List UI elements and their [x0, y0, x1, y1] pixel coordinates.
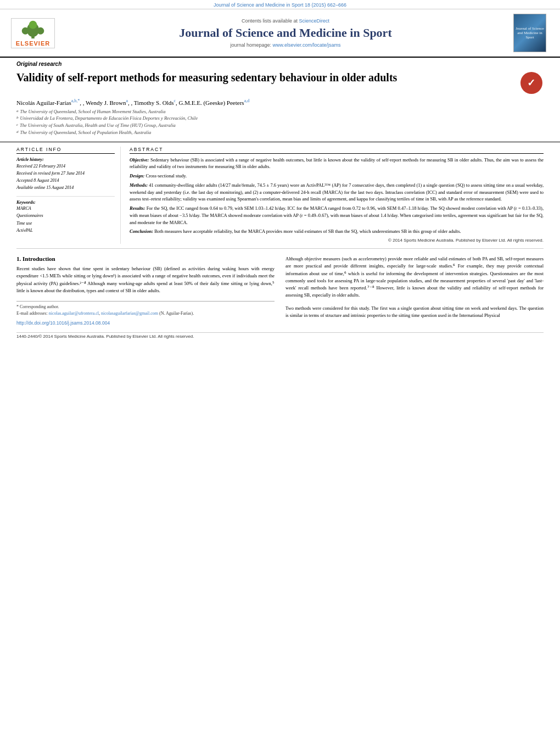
journal-header: ELSEVIER Contents lists available at Sci… [0, 9, 560, 58]
abstract-column: ABSTRACT Objective: Sedentary behaviour … [130, 147, 544, 244]
author1-name: Nicolás Aguilar-Farías [16, 99, 71, 106]
affiliation-c: c The University of South Australia, Hea… [16, 122, 544, 129]
journal-citation: Journal of Science and Medicine in Sport… [0, 0, 560, 9]
doi-line: http://dx.doi.org/10.1016/j.jsams.2014.0… [16, 320, 275, 326]
intro-paragraph-1: Recent studies have shown that time spen… [16, 265, 275, 294]
methods-text: 41 community-dwelling older adults (14/2… [130, 182, 544, 202]
intro-paragraph-3: Two methods were considered for this stu… [285, 305, 544, 319]
available-date: Available online 15 August 2014 [16, 185, 115, 192]
article-info-heading: ARTICLE INFO [16, 147, 115, 154]
svg-point-2 [29, 20, 37, 29]
email-link-2[interactable]: nicolasaguilarfarias@gmail.com [101, 311, 158, 316]
right-column: Although objective measures (such as acc… [285, 255, 544, 326]
intro-section-title: 1. Introduction [16, 255, 275, 262]
design-text: Cross-sectional study. [146, 173, 187, 178]
intro-paragraph-2: Although objective measures (such as acc… [285, 255, 544, 299]
article-type-label: Original research [0, 58, 560, 68]
authors-line: Nicolás Aguilar-Faríasa,b,*, , Wendy J. … [16, 98, 544, 106]
footnotes-section: * Corresponding author. E-mail addresses… [16, 301, 275, 317]
journal-cover-image: Journal of Science and Medicine in Sport [513, 14, 546, 52]
author4-name: G.M.E.E. (Geeske) Peeters [178, 99, 244, 106]
objective-label: Objective: [130, 157, 149, 163]
journal-homepage-link[interactable]: www.elsevier.com/locate/jsams [273, 42, 341, 48]
bottom-copyright-bar: 1440-2440/© 2014 Sports Medicine Austral… [0, 333, 560, 340]
accepted-date: Accepted 8 August 2014 [16, 177, 115, 185]
abstract-objective: Objective: Sedentary behaviour (SB) is a… [130, 157, 544, 171]
corresponding-author-note: * Corresponding author. E-mail addresses… [16, 304, 275, 317]
article-title: Validity of self-report methods for meas… [16, 70, 513, 85]
sciencedirect-line: Contents lists available at ScienceDirec… [66, 18, 505, 24]
abstract-heading: ABSTRACT [130, 147, 544, 154]
elsevier-logo: ELSEVIER [11, 18, 60, 48]
main-content-section: 1. Introduction Recent studies have show… [0, 249, 560, 332]
journal-homepage-line: journal homepage: www.elsevier.com/locat… [66, 42, 505, 48]
sciencedirect-link[interactable]: ScienceDirect [299, 18, 330, 24]
journal-title: Journal of Science and Medicine in Sport [66, 26, 505, 40]
copyright-line: © 2014 Sports Medicine Australia. Publis… [130, 237, 544, 244]
keyword-2: Questionnaires [16, 212, 115, 220]
author1-sup: a,b,* [71, 98, 80, 103]
doi-link[interactable]: http://dx.doi.org/10.1016/j.jsams.2014.0… [16, 320, 110, 326]
article-header-section: Validity of self-report methods for meas… [0, 68, 560, 142]
journal-thumbnail: Journal of Science and Medicine in Sport [511, 14, 549, 52]
methods-label: Methods: [130, 182, 148, 188]
results-label: Results: [130, 205, 145, 211]
abstract-results: Results: For the SQ, the ICC ranged from… [130, 205, 544, 226]
conclusion-text: Both measures have acceptable reliabilit… [154, 228, 461, 234]
author2-name: , Wendy J. Brown [83, 99, 126, 106]
email-line: E-mail addresses: nicolas.aguilar@ufront… [16, 310, 275, 317]
abstract-conclusion: Conclusion: Both measures have acceptabl… [130, 228, 544, 235]
author3-sup: c [173, 98, 176, 103]
article-info-abstract-section: ARTICLE INFO Article history: Received 2… [0, 142, 560, 249]
article-info-column: ARTICLE INFO Article history: Received 2… [16, 147, 121, 244]
author2-sup: a [126, 98, 128, 103]
conclusion-label: Conclusion: [130, 228, 153, 234]
keyword-3: Time use [16, 220, 115, 227]
affiliation-b: b Universidad de La Frontera, Departamen… [16, 115, 544, 122]
article-history-heading: Article history: [16, 157, 115, 164]
objective-text: Sedentary behaviour (SB) is associated w… [130, 157, 544, 170]
journal-header-center: Contents lists available at ScienceDirec… [60, 18, 511, 48]
article-history-section: Article history: Received 22 February 20… [16, 157, 115, 192]
keywords-section: Keywords: MARCA Questionnaires Time use … [16, 196, 115, 235]
keywords-heading: Keywords: [16, 200, 115, 205]
affiliations-section: a The University of Queensland, School o… [16, 108, 544, 136]
elsevier-brand-name: ELSEVIER [16, 40, 50, 47]
design-label: Design: [130, 173, 144, 178]
affiliation-a: a The University of Queensland, School o… [16, 108, 544, 115]
affiliation-d: d The University of Queensland, School o… [16, 129, 544, 136]
svg-point-4 [37, 27, 44, 34]
abstract-methods: Methods: 41 community-dwelling older adu… [130, 182, 544, 203]
abstract-design: Design: Cross-sectional study. [130, 172, 544, 180]
keywords-list: MARCA Questionnaires Time use ActivPAL [16, 205, 115, 235]
crossmark-icon: ✓ [520, 72, 542, 94]
abstract-text: Objective: Sedentary behaviour (SB) is a… [130, 157, 544, 244]
author3-name: , Timothy S. Olds [131, 99, 173, 106]
email-link-1[interactable]: nicolas.aguilar@ufrontera.cl [49, 311, 99, 316]
crossmark-logo[interactable]: ✓ [519, 70, 544, 95]
left-column: 1. Introduction Recent studies have show… [16, 255, 275, 326]
keyword-1: MARCA [16, 205, 115, 213]
revised-date: Received in revised form 27 June 2014 [16, 170, 115, 177]
svg-point-3 [22, 27, 29, 34]
keyword-4: ActivPAL [16, 227, 115, 235]
author4-sup: a,d [244, 98, 250, 103]
received-date: Received 22 February 2014 [16, 163, 115, 170]
results-text: For the SQ, the ICC ranged from 0.64 to … [130, 205, 544, 225]
